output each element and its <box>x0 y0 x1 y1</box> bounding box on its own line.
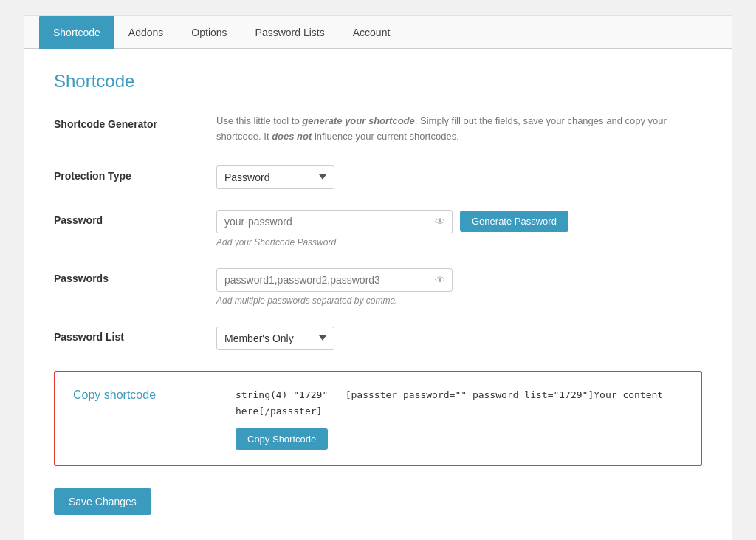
shortcode-text: string(4) "1729" [passster password="" p… <box>236 387 683 420</box>
shortcode-generator-label: Shortcode Generator <box>54 114 216 130</box>
password-list-select[interactable]: Member's Only VIP List Admin <box>216 327 334 350</box>
shortcode-generator-text: Use this little tool to generate your sh… <box>216 114 702 145</box>
password-input[interactable] <box>216 210 453 233</box>
protection-type-select[interactable]: Password Password List Role <box>216 165 334 189</box>
passwords-input-wrapper: 👁 <box>216 268 453 292</box>
passwords-input[interactable] <box>216 268 453 292</box>
tabs-bar: Shortcode Addons Options Password Lists … <box>24 16 732 49</box>
password-hint: Add your Shortcode Password <box>216 237 702 247</box>
password-eye-icon: 👁 <box>435 216 445 228</box>
protection-type-field: Password Password List Role <box>216 165 702 189</box>
passwords-hint: Add multiple passwords separated by comm… <box>216 295 702 306</box>
copy-shortcode-content: string(4) "1729" [passster password="" p… <box>236 387 683 450</box>
tab-shortcode[interactable]: Shortcode <box>39 16 114 49</box>
tab-addons[interactable]: Addons <box>114 16 177 49</box>
tab-options[interactable]: Options <box>177 16 241 49</box>
protection-type-row: Protection Type Password Password List R… <box>54 165 702 189</box>
password-list-row: Password List Member's Only VIP List Adm… <box>54 327 702 350</box>
content-area: Shortcode Shortcode Generator Use this l… <box>24 49 732 537</box>
page-container: Shortcode Addons Options Password Lists … <box>24 15 732 540</box>
passwords-row: Passwords 👁 Add multiple passwords separ… <box>54 268 702 306</box>
password-label: Password <box>54 210 216 226</box>
password-input-wrapper: 👁 <box>216 210 453 233</box>
password-row: Password 👁 Generate Password Add your Sh… <box>54 210 702 247</box>
password-list-label: Password List <box>54 327 216 343</box>
passwords-field: 👁 Add multiple passwords separated by co… <box>216 268 702 306</box>
shortcode-generator-row: Shortcode Generator Use this little tool… <box>54 114 702 145</box>
password-input-row: 👁 Generate Password <box>216 210 702 233</box>
passwords-label: Passwords <box>54 268 216 284</box>
page-title: Shortcode <box>54 71 702 92</box>
save-changes-button[interactable]: Save Changes <box>54 488 151 515</box>
password-list-field: Member's Only VIP List Admin <box>216 327 702 350</box>
copy-shortcode-box: Copy shortcode string(4) "1729" [passste… <box>54 371 702 466</box>
password-field: 👁 Generate Password Add your Shortcode P… <box>216 210 702 247</box>
copy-shortcode-inner: Copy shortcode string(4) "1729" [passste… <box>55 372 701 465</box>
tab-password-lists[interactable]: Password Lists <box>241 16 339 49</box>
protection-type-label: Protection Type <box>54 165 216 182</box>
copy-shortcode-label: Copy shortcode <box>73 387 236 402</box>
shortcode-generator-description: Use this little tool to generate your sh… <box>216 114 702 145</box>
copy-shortcode-button[interactable]: Copy Shortcode <box>236 428 328 450</box>
tab-account[interactable]: Account <box>339 16 405 49</box>
generate-password-button[interactable]: Generate Password <box>460 211 568 232</box>
passwords-eye-icon: 👁 <box>435 274 445 286</box>
